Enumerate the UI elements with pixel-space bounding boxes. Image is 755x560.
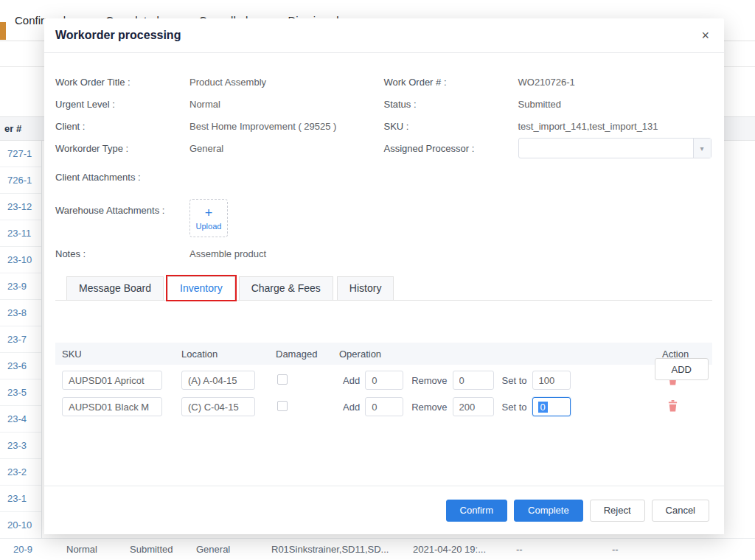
location-input[interactable]	[181, 371, 255, 390]
add-quantity-input[interactable]	[365, 371, 403, 390]
workorder-link[interactable]: 20-9	[13, 539, 32, 560]
client-value: Best Home Improvement ( 29525 )	[189, 121, 336, 132]
workorder-link[interactable]: 23-4	[7, 413, 27, 424]
upload-button[interactable]: + Upload	[189, 199, 228, 237]
modal-header: Workorder processing ×	[44, 18, 724, 53]
table-row: 23-4	[0, 406, 41, 433]
work-order-title-value: Product Assembly	[189, 77, 266, 88]
sku-row: SKU : test_import_141,test_import_131	[384, 115, 713, 137]
modal-body: Work Order Title : Product Assembly Work…	[44, 53, 724, 420]
sku-input[interactable]	[62, 397, 162, 416]
add-button[interactable]: ADD	[655, 358, 709, 380]
empty-cell: --	[516, 539, 523, 560]
status-label: Status :	[384, 99, 518, 110]
workorder-link[interactable]: 23-6	[7, 360, 27, 371]
damaged-checkbox[interactable]	[277, 374, 288, 385]
workorder-link[interactable]: 726-1	[7, 175, 32, 186]
workorder-type-label: Workorder Type :	[55, 143, 189, 154]
urgent-level-value: Normal	[189, 99, 220, 110]
table-row: 23-12	[0, 194, 41, 220]
sku-input[interactable]	[62, 371, 162, 390]
modal-footer: Confirm Complete Reject Cancel	[44, 486, 724, 534]
assigned-processor-value	[519, 142, 525, 153]
active-tab-accent	[0, 22, 6, 40]
table-row: 23-5	[0, 379, 41, 406]
set-to-input-focused[interactable]: 0	[532, 397, 571, 416]
damaged-column-header: Damaged	[276, 349, 339, 360]
upload-label: Upload	[196, 222, 222, 231]
status-row: Status : Submitted	[384, 93, 713, 115]
workorder-link[interactable]: 23-9	[7, 281, 27, 292]
plus-icon: +	[205, 206, 213, 220]
set-to-input[interactable]	[532, 371, 571, 390]
status-cell: Submitted	[130, 539, 173, 560]
workorder-link[interactable]: 23-3	[7, 440, 27, 451]
workorder-link[interactable]: 23-1	[7, 493, 27, 504]
remove-quantity-input[interactable]	[453, 397, 494, 416]
cancel-button[interactable]: Cancel	[652, 500, 709, 522]
workorder-link[interactable]: 23-5	[7, 387, 27, 398]
workorder-link[interactable]: 23-11	[7, 228, 31, 239]
workorder-link[interactable]: 20-10	[7, 519, 32, 531]
modal-title: Workorder processing	[55, 29, 181, 42]
operation-column-header: Operation	[339, 349, 662, 360]
client-attachments-row: Client Attachments :	[55, 168, 712, 186]
tab-charge-fees[interactable]: Charge & Fees	[239, 276, 333, 301]
notes-row: Notes : Assemble product	[55, 245, 712, 262]
work-order-number-row: Work Order # : WO210726-1	[384, 71, 713, 93]
assigned-processor-select[interactable]: ▾	[518, 138, 711, 158]
background-order-column: 727-1 726-1 23-12 23-11 23-10 23-9 23-8 …	[0, 141, 42, 538]
inventory-table-header: SKU Location Damaged Operation Action	[55, 343, 712, 365]
chevron-down-icon: ▾	[693, 139, 711, 158]
order-number-column-header: er #	[0, 123, 21, 134]
table-row: 23-1	[0, 486, 41, 512]
workorder-link[interactable]: 23-12	[7, 201, 32, 212]
client-attachments-label: Client Attachments :	[55, 172, 189, 183]
confirm-button[interactable]: Confirm	[446, 500, 508, 522]
trash-icon[interactable]	[667, 400, 678, 412]
tab-inventory[interactable]: Inventory	[167, 276, 235, 301]
client-row: Client : Best Home Improvement ( 29525 )	[55, 115, 384, 137]
add-quantity-input[interactable]	[365, 397, 403, 416]
location-column-header: Location	[181, 349, 276, 360]
tab-history[interactable]: History	[337, 276, 394, 301]
work-order-title-label: Work Order Title :	[55, 77, 189, 88]
selected-text: 0	[538, 402, 548, 413]
status-value: Submitted	[518, 99, 562, 110]
workorder-link[interactable]: 23-7	[7, 334, 27, 345]
sku-value: test_import_141,test_import_131	[518, 121, 658, 132]
notes-label: Notes :	[55, 248, 189, 259]
set-to-label: Set to	[502, 402, 527, 413]
reject-button[interactable]: Reject	[590, 500, 645, 522]
tab-message-board[interactable]: Message Board	[66, 276, 164, 301]
table-row: 23-9	[0, 273, 41, 300]
workorder-type-value: General	[189, 143, 223, 154]
remove-label: Remove	[411, 375, 447, 386]
sku-label: SKU :	[384, 121, 518, 132]
table-row: 726-1	[0, 167, 41, 194]
warehouse-attachments-label: Warehouse Attachments :	[55, 199, 189, 237]
complete-button[interactable]: Complete	[514, 500, 583, 522]
work-order-number-value: WO210726-1	[518, 77, 575, 88]
sku-cell: R01Sinkstrainer,SD11,SD...	[271, 539, 389, 560]
inventory-panel: ADD SKU Location Damaged Operation Actio…	[55, 343, 712, 420]
table-row: 23-7	[0, 326, 41, 353]
damaged-checkbox[interactable]	[277, 401, 288, 411]
urgent-level-label: Urgent Level :	[55, 99, 189, 110]
background-bottom-row: 20-9 Normal Submitted General R01Sinkstr…	[0, 538, 755, 560]
type-cell: General	[196, 539, 230, 560]
workorder-link[interactable]: 727-1	[7, 148, 32, 159]
urgent-level-row: Urgent Level : Normal	[55, 93, 384, 115]
location-input[interactable]	[181, 397, 255, 416]
workorder-link[interactable]: 23-8	[7, 307, 27, 318]
inventory-rows: Add Remove Set to	[55, 367, 712, 420]
add-label: Add	[343, 402, 360, 413]
remove-quantity-input[interactable]	[453, 371, 494, 390]
workorder-link[interactable]: 23-10	[7, 254, 32, 265]
workorder-info-grid: Work Order Title : Product Assembly Work…	[55, 71, 712, 159]
table-row: 23-10	[0, 247, 41, 273]
close-icon[interactable]: ×	[701, 29, 709, 42]
client-label: Client :	[55, 121, 189, 132]
work-order-title-row: Work Order Title : Product Assembly	[55, 71, 384, 93]
workorder-link[interactable]: 23-2	[7, 466, 27, 477]
